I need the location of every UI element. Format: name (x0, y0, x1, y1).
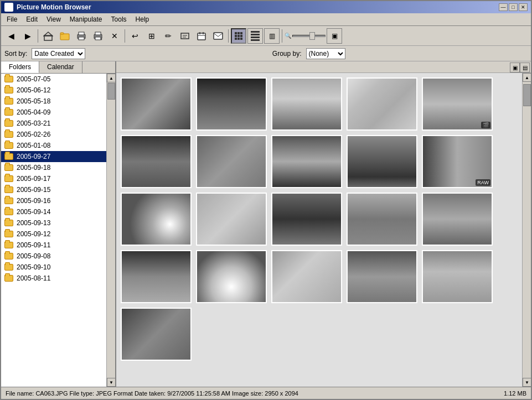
sidebar-item-label: 2005-09-18 (17, 164, 50, 172)
sidebar-item[interactable]: 2005-09-16 (1, 195, 106, 206)
photo-badge: 🎬 (481, 122, 490, 128)
delete-button[interactable]: ✕ (107, 28, 122, 44)
sidebar-item[interactable]: 2005-09-11 (1, 240, 106, 251)
sidebar-item[interactable]: 2005-02-26 (1, 129, 106, 140)
slider-thumb[interactable] (309, 32, 315, 40)
view-list-button[interactable] (247, 28, 263, 44)
photo-thumb[interactable] (422, 250, 493, 303)
photo-thumb[interactable]: RAW (422, 135, 493, 188)
grid-button[interactable]: ⊞ (144, 28, 159, 44)
rotate-button[interactable]: ↩ (127, 28, 143, 44)
sidebar-item[interactable]: 2005-09-12 (1, 228, 106, 240)
view-detail1-button[interactable]: ▥ (264, 28, 280, 44)
photo-thumb[interactable] (121, 77, 192, 131)
close-button[interactable]: ✕ (519, 3, 528, 11)
photo-thumb[interactable] (196, 135, 267, 188)
scroll-up-button[interactable]: ▲ (107, 74, 115, 82)
photo-thumb[interactable] (271, 250, 342, 303)
tab-folders[interactable]: Folders (1, 61, 39, 73)
scroll-thumb[interactable] (107, 83, 115, 100)
svg-rect-18 (214, 33, 223, 39)
sidebar-item[interactable]: 2005-06-12 (1, 85, 106, 96)
content-view-btn-2[interactable]: ▤ (520, 63, 530, 72)
photo-thumb[interactable] (196, 193, 267, 246)
menu-help[interactable]: Help (132, 14, 153, 24)
folder-button[interactable] (57, 28, 73, 44)
photo-thumb[interactable] (347, 135, 417, 188)
minimize-button[interactable]: — (499, 3, 508, 11)
zoom-slider[interactable]: 🔍 (285, 33, 326, 39)
photo-thumb[interactable] (347, 308, 417, 361)
photo-thumb[interactable] (196, 250, 267, 303)
photo-thumb[interactable] (422, 308, 493, 361)
home-button[interactable] (40, 28, 56, 44)
content-view-btn-1[interactable]: ▣ (510, 63, 520, 72)
photo-thumb[interactable] (271, 77, 342, 131)
content-scrollbar[interactable]: ▲ ▼ (522, 73, 531, 387)
folder-icon (4, 264, 13, 271)
photo-thumb[interactable] (121, 308, 192, 361)
sidebar-item-label: 2005-04-09 (17, 108, 50, 116)
photo-thumb[interactable] (121, 135, 192, 188)
menu-edit[interactable]: Edit (23, 14, 41, 24)
print-button[interactable] (74, 28, 89, 44)
menu-view[interactable]: View (43, 14, 64, 24)
main-area: Folders Calendar 2005-07-052005-06-12200… (1, 61, 531, 387)
slider-track[interactable] (292, 35, 326, 37)
sidebar-item[interactable]: 2005-05-18 (1, 96, 106, 107)
sidebar-item[interactable]: 2005-09-08 (1, 251, 106, 262)
edit-button[interactable]: ✏ (161, 28, 176, 44)
email-button[interactable] (210, 28, 226, 44)
scroll-down-button[interactable]: ▼ (107, 378, 115, 387)
photo-thumb[interactable] (271, 193, 342, 246)
sidebar-item[interactable]: 2005-03-21 (1, 118, 106, 129)
photo-thumb[interactable] (196, 77, 267, 131)
print2-button[interactable] (90, 28, 106, 44)
sidebar-item[interactable]: 2005-09-15 (1, 184, 106, 195)
svg-rect-2 (60, 34, 69, 40)
sidebar-item[interactable]: 2005-08-11 (1, 273, 106, 284)
photo-thumb[interactable] (422, 193, 493, 246)
photo-thumb[interactable] (121, 193, 192, 246)
sidebar-item[interactable]: 2005-04-09 (1, 107, 106, 118)
sidebar-item[interactable]: 2005-09-18 (1, 162, 106, 173)
menu-file[interactable]: File (3, 14, 20, 24)
sidebar-scrollbar[interactable]: ▲ ▼ (106, 74, 115, 387)
sidebar-item[interactable]: 2005-09-13 (1, 217, 106, 228)
sidebar-item[interactable]: 2005-01-08 (1, 140, 106, 151)
calendar-button[interactable] (194, 28, 209, 44)
photo-thumb[interactable]: 🎬 (422, 77, 493, 131)
menu-manipulate[interactable]: Manipulate (66, 14, 106, 24)
folder-icon (4, 220, 13, 226)
sidebar-item[interactable]: 2005-09-10 (1, 262, 106, 273)
photo-thumb[interactable] (347, 250, 417, 303)
view-detail2-button[interactable]: ▣ (327, 28, 342, 44)
forward-button[interactable]: ▶ (20, 28, 35, 44)
back-button[interactable]: ◀ (3, 28, 19, 44)
content-scroll-up[interactable]: ▲ (523, 73, 531, 82)
photo-thumb[interactable] (196, 308, 267, 361)
photo-row (121, 308, 518, 361)
sidebar-item[interactable]: 2005-09-27 (1, 151, 106, 162)
sort-select[interactable]: Date Created File Name File Size Date Mo… (32, 48, 85, 59)
photo-thumb[interactable] (347, 193, 417, 246)
maximize-button[interactable]: □ (509, 3, 518, 11)
annotate-button[interactable] (177, 28, 193, 44)
file-info: File name: CA063.JPG File type: JPEG For… (6, 390, 298, 397)
photo-thumb[interactable] (271, 135, 342, 188)
sidebar-item[interactable]: 2005-09-17 (1, 173, 106, 184)
content-scroll-thumb[interactable] (523, 84, 531, 106)
sidebar-item[interactable]: 2005-09-14 (1, 206, 106, 217)
photo-thumb[interactable] (121, 250, 192, 303)
content-scroll-down[interactable]: ▼ (523, 378, 531, 387)
menu-tools[interactable]: Tools (108, 14, 130, 24)
photo-thumb[interactable] (347, 77, 417, 131)
folder-icon (4, 153, 13, 160)
view-grid-button[interactable] (231, 28, 246, 44)
group-select[interactable]: (None) Date Folder File Type (306, 48, 345, 59)
sidebar-item[interactable]: 2005-07-05 (1, 74, 106, 85)
photo-row: 🎬 (121, 77, 518, 131)
photo-thumb[interactable] (271, 308, 342, 361)
window-title: Picture Motion Browser (17, 3, 91, 11)
tab-calendar[interactable]: Calendar (39, 61, 82, 73)
